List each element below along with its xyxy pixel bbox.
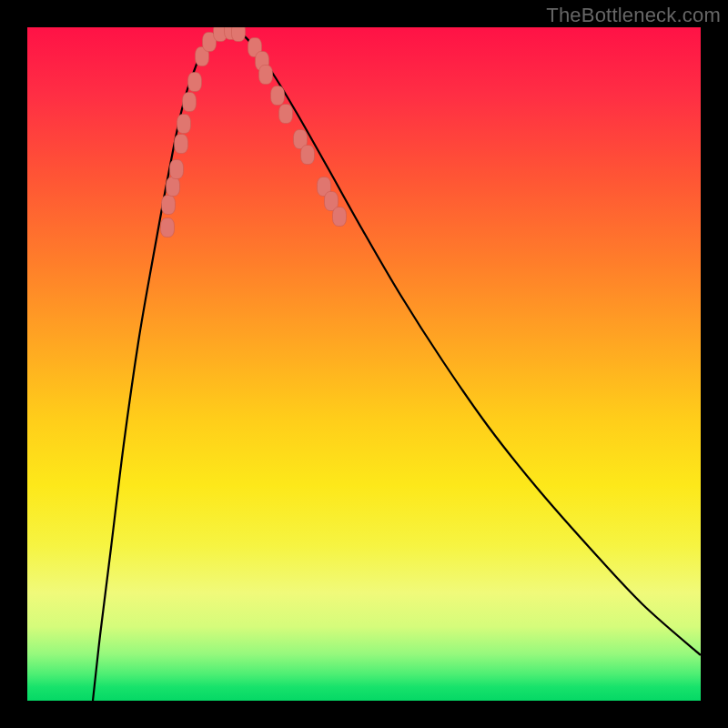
data-point bbox=[177, 115, 191, 134]
data-point bbox=[301, 146, 315, 165]
data-point-group bbox=[161, 27, 347, 238]
data-point bbox=[170, 160, 184, 179]
data-point bbox=[162, 196, 176, 215]
data-point bbox=[232, 27, 246, 42]
watermark-text: TheBottleneck.com bbox=[546, 4, 721, 27]
data-point bbox=[333, 207, 347, 227]
data-point bbox=[259, 66, 273, 85]
data-point bbox=[161, 218, 175, 238]
data-point bbox=[279, 105, 293, 124]
data-point bbox=[183, 93, 197, 112]
data-point bbox=[188, 73, 202, 92]
data-point bbox=[167, 177, 180, 197]
data-point bbox=[175, 135, 188, 154]
chart-frame: TheBottleneck.com bbox=[0, 0, 728, 728]
data-point bbox=[271, 86, 285, 106]
plot-gradient-area bbox=[27, 27, 701, 701]
curve-layer bbox=[27, 27, 701, 701]
